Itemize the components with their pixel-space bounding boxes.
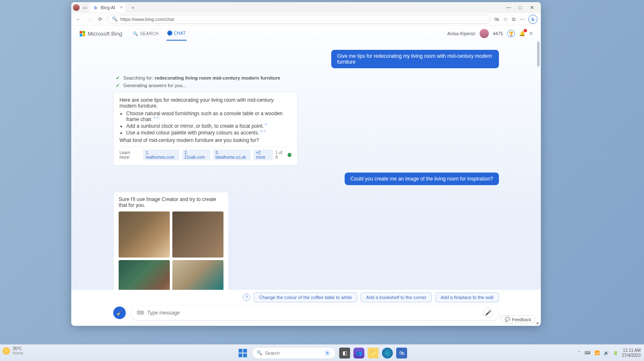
- bing-sidebar-button[interactable]: b: [528, 15, 538, 24]
- suggestion-2[interactable]: Add a bookshelf to the corner: [361, 292, 432, 302]
- points-value: 4475: [493, 31, 503, 36]
- new-topic-button[interactable]: 🧹: [113, 307, 126, 319]
- source-link-more[interactable]: +2 more: [253, 150, 273, 160]
- ai-answer-card: Here are some tips for redecorating your…: [113, 92, 298, 166]
- image-grid: [119, 211, 223, 290]
- status-generate-text: Generating answers for you...: [123, 83, 187, 88]
- profile-icon[interactable]: [73, 4, 80, 11]
- nav-chat[interactable]: CHAT: [166, 26, 187, 41]
- scrollbar[interactable]: [537, 41, 540, 67]
- avatar[interactable]: [480, 29, 489, 38]
- new-tab-button[interactable]: ＋: [127, 4, 139, 11]
- feedback-button[interactable]: 💬 Feedback: [501, 315, 535, 323]
- message-input[interactable]: [147, 310, 480, 316]
- favorite-icon[interactable]: ☆: [503, 16, 508, 22]
- nav-search[interactable]: 🔍 SEARCH: [132, 26, 159, 41]
- tab-actions-icon[interactable]: ▭: [81, 5, 88, 10]
- generated-image-4[interactable]: [172, 260, 223, 290]
- keyboard-icon: ⌨: [137, 310, 144, 316]
- answer-list: Choose natural wood furnishings such as …: [126, 111, 291, 136]
- citation-icon[interactable]: [260, 130, 262, 132]
- sun-icon: [3, 347, 10, 355]
- close-tab-icon[interactable]: ×: [120, 5, 122, 10]
- suggestion-3[interactable]: Add a fireplace to the wall: [435, 292, 499, 302]
- volume-icon[interactable]: 🔊: [604, 351, 609, 355]
- notification-badge: [524, 29, 527, 32]
- refresh-icon[interactable]: ⟳: [96, 16, 104, 22]
- wifi-icon[interactable]: 📶: [595, 351, 600, 355]
- citation-icon[interactable]: [153, 116, 156, 119]
- back-icon[interactable]: ←: [75, 16, 82, 22]
- generated-image-2[interactable]: [172, 211, 223, 258]
- keyboard-lang-icon[interactable]: ⌨: [584, 351, 590, 355]
- bing-favicon-icon: b: [93, 5, 98, 10]
- taskview-icon[interactable]: ◧: [339, 348, 350, 358]
- file-explorer-icon[interactable]: 📁: [368, 348, 379, 358]
- rewards-icon[interactable]: 🏆: [507, 30, 515, 37]
- search-icon: 🔍: [257, 350, 262, 356]
- address-bar[interactable]: 🔍 https://www.bing.com/chat: [107, 15, 491, 24]
- learn-more-label: Learn more:: [119, 150, 140, 160]
- header-right: Anisa Kipenzi 4475 🏆 🔔 ≡: [447, 29, 532, 38]
- more-icon[interactable]: ⋯: [520, 16, 525, 22]
- suggestion-row: ? Change the colour of the coffee table …: [113, 292, 499, 302]
- status-search-query: redecorating living room mid-century mod…: [155, 75, 280, 80]
- search-placeholder: Search: [265, 351, 280, 356]
- generated-image-1[interactable]: [119, 211, 170, 258]
- compose-box[interactable]: ⌨ 🎤: [131, 306, 499, 320]
- citation-icon[interactable]: [265, 123, 267, 126]
- hamburger-icon[interactable]: ≡: [530, 31, 532, 36]
- browser-tab[interactable]: b Bing AI ×: [90, 3, 125, 12]
- image-intro: Sure I'll use Image Creator and try to c…: [119, 196, 223, 208]
- clock[interactable]: 11:11 AM 27/4/2023: [622, 348, 641, 358]
- microphone-icon[interactable]: 🎤: [483, 308, 493, 318]
- source-link-1[interactable]: 1. realhomes.com: [143, 150, 179, 160]
- check-icon: ✓: [116, 83, 120, 88]
- battery-icon[interactable]: 🔋: [613, 351, 618, 355]
- chat-nav-icon: [167, 31, 172, 36]
- source-link-3[interactable]: 3. idealhome.co.uk: [213, 150, 251, 160]
- start-button[interactable]: [237, 347, 249, 359]
- windows-logo-icon: [239, 349, 247, 357]
- bing-header: Microsoft Bing 🔍 SEARCH CHAT Anisa Kipen…: [71, 26, 541, 41]
- answer-item-1: Choose natural wood furnishings such as …: [126, 111, 291, 122]
- stop-icon[interactable]: [288, 153, 291, 157]
- notifications-icon[interactable]: 🔔: [519, 31, 525, 36]
- turn-counter: 1 of 8: [275, 150, 291, 160]
- store-icon[interactable]: 🛍: [396, 348, 407, 358]
- generated-image-3[interactable]: [119, 260, 170, 290]
- shopping-icon[interactable]: 🛍: [494, 16, 499, 22]
- teams-icon[interactable]: 👥: [353, 348, 364, 358]
- close-window-icon[interactable]: ✕: [529, 5, 535, 10]
- source-link-2[interactable]: 2. 21oak.com: [182, 150, 210, 160]
- check-icon: ✓: [116, 75, 120, 81]
- citation-icon[interactable]: [157, 116, 159, 119]
- user-name[interactable]: Anisa Kipenzi: [447, 31, 475, 36]
- help-icon[interactable]: ?: [243, 294, 250, 301]
- edge-icon[interactable]: [382, 348, 393, 358]
- compose-row: 🧹 ⌨ 🎤: [71, 302, 541, 326]
- minimize-icon[interactable]: —: [506, 5, 512, 10]
- time-text: 11:11 AM: [622, 348, 641, 353]
- image-answer-card: Sure I'll use Image Creator and try to c…: [113, 192, 229, 290]
- bing-icon: b: [324, 349, 331, 357]
- header-nav: 🔍 SEARCH CHAT: [132, 26, 187, 41]
- microsoft-bing-logo[interactable]: Microsoft Bing: [80, 31, 122, 37]
- citation-icon[interactable]: [263, 130, 266, 132]
- suggestion-1[interactable]: Change the colour of the coffee table to…: [254, 292, 357, 302]
- date-text: 27/4/2023: [622, 353, 641, 358]
- weather-temp: 26°C: [13, 346, 23, 351]
- search-nav-icon: 🔍: [133, 31, 138, 36]
- feedback-icon: 💬: [505, 317, 510, 322]
- chevron-up-icon[interactable]: ˄: [578, 351, 580, 355]
- taskbar-search[interactable]: 🔍 Search b: [252, 347, 336, 359]
- user-message-2: Could you create me an image of the livi…: [345, 173, 499, 185]
- weather-widget[interactable]: 26°C Sunny: [3, 346, 23, 355]
- maximize-icon[interactable]: □: [517, 5, 523, 10]
- forward-icon[interactable]: →: [86, 16, 93, 22]
- weather-cond: Sunny: [13, 351, 23, 355]
- collections-icon[interactable]: ⧉: [512, 16, 516, 22]
- status-generating: ✓ Generating answers for you...: [116, 83, 499, 88]
- resize-handle-icon[interactable]: ◢: [536, 321, 540, 325]
- learn-more-row: Learn more: 1. realhomes.com 2. 21oak.co…: [119, 147, 291, 160]
